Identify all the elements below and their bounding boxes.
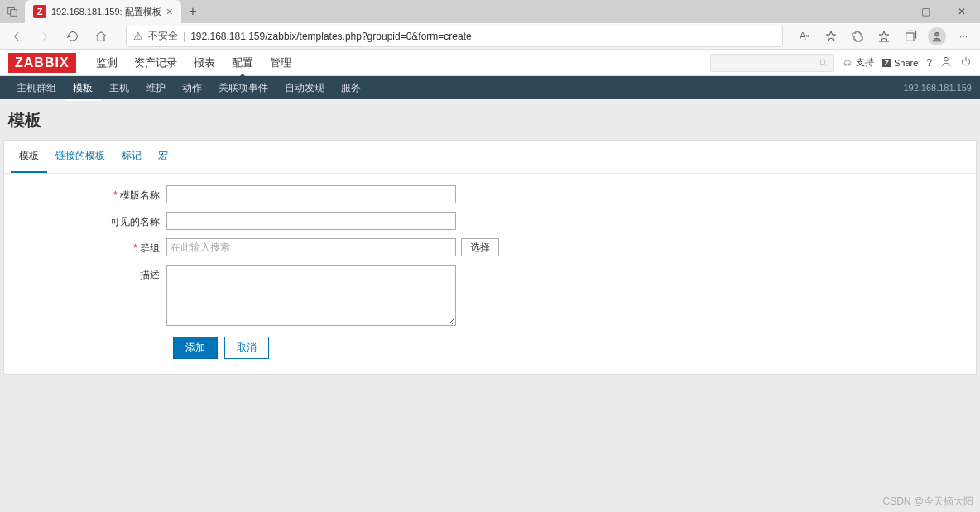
subnav-templates[interactable]: 模板 — [65, 75, 101, 101]
svg-rect-1 — [11, 10, 17, 17]
user-icon[interactable] — [940, 55, 952, 69]
tab-tags[interactable]: 标记 — [113, 141, 150, 173]
address-bar[interactable]: ⚠ 不安全 | 192.168.181.159/zabbix/templates… — [126, 26, 783, 47]
insecure-icon: ⚠ — [133, 30, 143, 42]
separator: | — [183, 31, 185, 42]
content: 模板 模板 链接的模板 标记 宏 模版名称 可见的名称 群组 选择 — [0, 99, 980, 375]
subnav-hosts[interactable]: 主机 — [101, 75, 137, 101]
profile-avatar[interactable] — [925, 25, 949, 48]
window-controls: — ▢ ✕ — [871, 0, 980, 23]
forward-button[interactable] — [33, 25, 56, 48]
nav-reports[interactable]: 报表 — [185, 49, 223, 77]
zabbix-logo[interactable]: ZABBIX — [8, 53, 76, 73]
browser-chrome: Z 192.168.181.159: 配置模板 × + — ▢ ✕ ⚠ 不安全 … — [0, 0, 980, 50]
description-textarea[interactable] — [166, 265, 456, 326]
tab-actions-icon[interactable] — [0, 0, 25, 23]
collections-icon[interactable] — [899, 25, 922, 48]
zabbix-header: ZABBIX 监测 资产记录 报表 配置 管理 支持 ZShare ? — [0, 50, 980, 76]
nav-administration[interactable]: 管理 — [262, 49, 300, 77]
window-close[interactable]: ✕ — [944, 0, 980, 23]
refresh-button[interactable] — [61, 25, 84, 48]
nav-inventory[interactable]: 资产记录 — [126, 49, 185, 77]
groups-select-button[interactable]: 选择 — [461, 238, 499, 256]
browser-tab[interactable]: Z 192.168.181.159: 配置模板 × — [25, 0, 181, 23]
template-name-input[interactable] — [166, 185, 456, 203]
help-icon[interactable]: ? — [926, 57, 932, 69]
extension-icon[interactable] — [846, 25, 869, 48]
subnav-hostgroups[interactable]: 主机群组 — [8, 75, 65, 101]
template-name-label: 模版名称 — [11, 185, 166, 203]
url-text: 192.168.181.159/zabbix/templates.php?gro… — [190, 31, 776, 42]
groups-label: 群组 — [11, 238, 166, 256]
visible-name-input[interactable] — [166, 212, 456, 230]
tab-strip: Z 192.168.181.159: 配置模板 × + — ▢ ✕ — [0, 0, 980, 23]
support-link[interactable]: 支持 — [843, 56, 874, 69]
subnav-discovery[interactable]: 自动发现 — [276, 75, 333, 101]
window-maximize[interactable]: ▢ — [907, 0, 944, 23]
power-icon[interactable] — [960, 55, 972, 69]
subnav-actions[interactable]: 动作 — [174, 75, 210, 101]
insecure-label: 不安全 — [148, 29, 178, 43]
tab-panel: 模板 链接的模板 标记 宏 模版名称 可见的名称 群组 选择 描述 — [3, 140, 977, 375]
subnav-correlation[interactable]: 关联项事件 — [210, 75, 276, 101]
new-tab-button[interactable]: + — [181, 4, 204, 19]
nav-monitoring[interactable]: 监测 — [88, 49, 126, 77]
tab-title: 192.168.181.159: 配置模板 — [51, 6, 161, 18]
close-icon[interactable]: × — [166, 5, 173, 18]
browser-toolbar: ⚠ 不安全 | 192.168.181.159/zabbix/templates… — [0, 23, 980, 50]
cancel-button[interactable]: 取消 — [224, 337, 269, 359]
server-ip: 192.168.181.159 — [903, 83, 972, 93]
favorites-bar-icon[interactable] — [872, 25, 896, 48]
nav-configuration[interactable]: 配置 — [223, 49, 262, 77]
description-label: 描述 — [11, 265, 166, 282]
page-title: 模板 — [0, 99, 980, 140]
form-tabs: 模板 链接的模板 标记 宏 — [4, 141, 976, 174]
template-form: 模版名称 可见的名称 群组 选择 描述 添加 取消 — [4, 174, 976, 374]
share-link[interactable]: ZShare — [882, 58, 918, 68]
main-nav: 监测 资产记录 报表 配置 管理 — [88, 49, 300, 77]
header-search[interactable] — [710, 54, 834, 72]
window-minimize[interactable]: — — [871, 0, 907, 23]
groups-input[interactable] — [166, 238, 456, 256]
more-icon[interactable]: ··· — [952, 25, 975, 48]
svg-rect-3 — [906, 33, 914, 41]
back-button[interactable] — [5, 25, 28, 48]
watermark: CSDN @今天摘太阳 — [882, 495, 973, 509]
subnav-maintenance[interactable]: 维护 — [137, 75, 174, 101]
submit-button[interactable]: 添加 — [173, 337, 218, 359]
svg-line-6 — [825, 64, 828, 66]
sub-nav: 主机群组 模板 主机 维护 动作 关联项事件 自动发现 服务 192.168.1… — [0, 76, 980, 99]
visible-name-label: 可见的名称 — [11, 212, 166, 229]
tab-linked-templates[interactable]: 链接的模板 — [47, 141, 113, 173]
tab-macros[interactable]: 宏 — [150, 141, 176, 173]
tab-template[interactable]: 模板 — [11, 141, 47, 173]
home-button[interactable] — [89, 25, 113, 48]
subnav-services[interactable]: 服务 — [333, 75, 369, 101]
zabbix-favicon: Z — [33, 5, 46, 18]
read-aloud-icon[interactable]: A» — [793, 25, 816, 48]
svg-point-7 — [944, 57, 949, 61]
svg-point-5 — [820, 60, 825, 65]
svg-point-4 — [935, 32, 939, 36]
favorite-icon[interactable] — [819, 25, 843, 48]
